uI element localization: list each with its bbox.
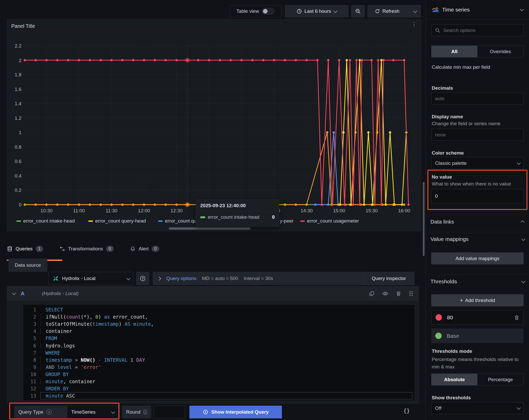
color-scheme-value: Classic palette (435, 160, 467, 166)
code-text: ORDER BY (36, 386, 69, 391)
svg-text:1.8: 1.8 (15, 72, 21, 77)
calc-minmax-label: Calculate min max per field (432, 64, 490, 70)
code-line[interactable]: 1SELECT (23, 306, 415, 313)
table-view-toggle[interactable] (262, 8, 275, 15)
tab-label: Transformations (68, 246, 103, 252)
max-datapoints-text: MD = auto = 500 (202, 276, 238, 281)
query-ref-id[interactable]: A (21, 290, 25, 297)
svg-text:10:30: 10:30 (40, 208, 53, 213)
clock-icon (297, 9, 302, 14)
legend-item[interactable]: error_count usagemeter (300, 218, 359, 224)
legend-item[interactable]: error_count qu (158, 218, 197, 224)
value-mappings-section[interactable]: Value mappings (430, 236, 524, 242)
color-scheme-select[interactable]: Classic palette (431, 157, 524, 169)
collapse-chevron-icon[interactable] (12, 291, 16, 295)
legend-swatch (158, 220, 163, 222)
chevron-down-icon (333, 9, 338, 13)
trash-icon[interactable] (396, 291, 401, 296)
decimals-input[interactable]: auto (431, 92, 524, 104)
code-line[interactable]: 5FROM (23, 335, 415, 342)
code-line[interactable]: 4container (23, 328, 415, 335)
tooltip-series-swatch (200, 216, 205, 218)
info-icon[interactable]: i (46, 410, 52, 415)
threshold-value[interactable]: 80 (447, 314, 453, 321)
threshold-color-dot[interactable] (435, 333, 442, 339)
code-line[interactable]: 8timestamp > NOW() - INTERVAL 1 DAY (23, 356, 415, 364)
code-line[interactable]: 7WHERE (23, 349, 415, 356)
refresh-label: Refresh (382, 8, 400, 14)
horizontal-scrollbar[interactable] (169, 227, 250, 230)
mode-absolute[interactable]: Absolute (431, 374, 477, 385)
code-text: ifNull(count(*), 0) as error_count, (40, 314, 148, 320)
help-icon: ? (140, 275, 146, 282)
code-line[interactable]: 9AND level = 'error' (23, 364, 415, 371)
interval-text: Interval = 30s (244, 276, 273, 281)
add-threshold-button[interactable]: + Add threshold (431, 294, 524, 306)
refresh-button[interactable]: Refresh (368, 5, 421, 17)
line-number: 1 (23, 307, 36, 312)
interpolate-icon (203, 409, 208, 415)
code-line[interactable]: 3toStartOfMinute(timestamp) AS minute, (23, 320, 415, 328)
data-links-section[interactable]: Data links (430, 219, 524, 225)
trash-icon[interactable] (514, 315, 519, 320)
legend-item[interactable]: error_count intake-head (16, 218, 75, 224)
tab-transformations[interactable]: Transformations 0 (59, 246, 114, 252)
refresh-dropdown[interactable] (409, 5, 420, 17)
legend-item[interactable]: y-peer (280, 218, 294, 224)
svg-text:11:00: 11:00 (73, 208, 85, 213)
threshold-row-80[interactable]: 80 (431, 310, 524, 325)
editor-tabs: Queries 1 Transformations 0 Alert 0 (7, 241, 159, 256)
info-icon[interactable]: i (143, 410, 147, 415)
tab-count-badge: 1 (36, 246, 43, 252)
add-value-mappings-button[interactable]: Add value mappings (431, 252, 524, 264)
code-line[interactable]: 6hydro.logs (23, 342, 415, 349)
svg-text:0.4: 0.4 (15, 173, 22, 179)
threshold-color-dot[interactable] (436, 314, 442, 321)
display-name-input[interactable]: none (431, 129, 524, 141)
chevron-down-icon (517, 161, 521, 165)
braces-icon[interactable]: {} (403, 408, 410, 414)
thresholds-section[interactable]: Thresholds (430, 278, 524, 285)
query-type-select[interactable]: TimeSeries (67, 406, 118, 418)
zoom-out-button[interactable] (351, 5, 365, 17)
show-interpolated-query-button[interactable]: Show Interpolated Query (189, 406, 282, 418)
duplicate-icon[interactable] (369, 291, 375, 296)
timeseries-chart[interactable]: 00.20.40.60.811.21.41.61.822.210:3011:00… (7, 19, 422, 216)
tab-overrides[interactable]: Overrides (477, 46, 523, 57)
tab-all[interactable]: All (431, 46, 477, 57)
code-line[interactable]: 10GROUP BY (23, 371, 415, 378)
drag-handle-icon[interactable] (409, 290, 413, 297)
code-line[interactable]: 13minute ASC (23, 392, 415, 399)
no-value-input[interactable]: 0 (431, 189, 524, 203)
eye-icon[interactable] (382, 291, 388, 296)
show-thresholds-value: Off (435, 405, 441, 411)
show-thresholds-select[interactable]: Off (431, 402, 524, 414)
code-text: hydro.logs (40, 343, 75, 348)
tooltip-series-value: 0 (272, 214, 275, 220)
query-options-link[interactable]: Query options (166, 276, 196, 281)
options-sidebar: Time series Search options All Overrides… (426, 0, 529, 420)
datasource-picker[interactable]: Hydrolix - Local (49, 272, 133, 285)
code-line[interactable]: 11minute, container (23, 378, 415, 385)
zoom-out-icon (355, 8, 361, 14)
datasource-help-button[interactable]: ? (136, 272, 149, 285)
sql-editor[interactable]: 1SELECT2ifNull(count(*), 0) as error_cou… (23, 304, 415, 401)
display-name-placeholder: none (435, 132, 446, 138)
visualization-picker[interactable]: Time series (426, 0, 529, 19)
time-range-button[interactable]: Last 6 hours (285, 5, 348, 17)
code-line[interactable]: 2ifNull(count(*), 0) as error_count, (23, 313, 415, 320)
vertical-scrollbar[interactable] (423, 182, 425, 256)
query-footer: Query Type i TimeSeries Round i Show Int… (0, 403, 424, 420)
mode-percentage[interactable]: Percentage (477, 374, 523, 385)
tab-alert[interactable]: Alert 0 (130, 246, 159, 252)
code-line[interactable]: 12ORDER BY (23, 385, 415, 392)
query-options-bar[interactable]: Query options MD = auto = 500 Interval =… (153, 272, 363, 285)
bell-icon (130, 246, 136, 252)
legend-item[interactable]: error_count query-head (88, 218, 146, 224)
query-inspector-button[interactable]: Query inspector (363, 272, 414, 285)
search-options-input[interactable]: Search options (431, 24, 524, 36)
threshold-row-base[interactable]: Base (431, 329, 524, 343)
round-input[interactable] (154, 406, 185, 418)
tab-queries[interactable]: Queries 1 (7, 246, 43, 252)
tooltip-time: 2025-09-23 12:40:00 (196, 200, 279, 211)
